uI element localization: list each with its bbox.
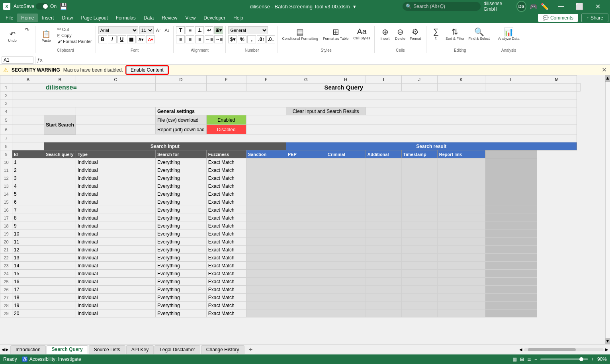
save-icon[interactable]: 💾 bbox=[60, 3, 68, 10]
font-family-select[interactable]: Arial bbox=[98, 26, 138, 34]
font-size-select[interactable]: 11 bbox=[139, 26, 154, 34]
menu-view[interactable]: View bbox=[182, 14, 200, 22]
align-bottom-button[interactable]: ⊥ bbox=[195, 26, 204, 34]
col-header-A[interactable]: A bbox=[12, 76, 44, 84]
menu-home[interactable]: Home bbox=[17, 14, 38, 22]
format-cells-button[interactable]: ⚙ Format bbox=[408, 26, 423, 41]
col-header-H[interactable]: H bbox=[326, 76, 366, 84]
fill-color-button[interactable]: A▾ bbox=[137, 35, 145, 43]
number-format-select[interactable]: General bbox=[228, 26, 268, 34]
menu-review[interactable]: Review bbox=[158, 14, 181, 22]
security-close-button[interactable]: ✕ bbox=[602, 66, 607, 74]
col-header-E[interactable]: E bbox=[206, 76, 246, 84]
col-header-J[interactable]: J bbox=[401, 76, 437, 84]
menu-data[interactable]: Data bbox=[140, 14, 158, 22]
analyze-data-button[interactable]: 📊 Analyze Data bbox=[497, 26, 521, 41]
user-avatar[interactable]: DS bbox=[516, 1, 526, 12]
menu-file[interactable]: File bbox=[2, 14, 17, 22]
conditional-formatting-button[interactable]: ▤ Conditional Formatting bbox=[280, 26, 320, 41]
italic-button[interactable]: I bbox=[108, 35, 117, 43]
indent-decrease-button[interactable]: ←≡ bbox=[205, 35, 213, 43]
menu-developer[interactable]: Developer bbox=[199, 14, 229, 22]
cell-E1[interactable] bbox=[206, 84, 246, 91]
close-button[interactable]: ✕ bbox=[588, 0, 607, 13]
tab-introduction[interactable]: Introduction bbox=[10, 345, 46, 354]
col-header-M[interactable]: M bbox=[537, 76, 577, 84]
decimal-decrease-button[interactable]: .0↓ bbox=[266, 35, 275, 43]
menu-formulas[interactable]: Formulas bbox=[112, 14, 140, 22]
col-header-G[interactable]: G bbox=[286, 76, 326, 84]
global-search[interactable]: 🔍 Search (Alt+Q) bbox=[403, 2, 480, 11]
font-color-button[interactable]: A▾ bbox=[146, 35, 155, 43]
delete-cells-button[interactable]: ⊖ Delete bbox=[393, 26, 407, 41]
add-sheet-button[interactable]: + bbox=[247, 346, 255, 354]
insert-cells-button[interactable]: ⊕ Insert bbox=[378, 26, 392, 41]
dropdown-icon[interactable]: ▾ bbox=[353, 4, 356, 10]
scroll-up-button[interactable]: ▲ bbox=[605, 75, 610, 82]
cell-D1[interactable] bbox=[156, 84, 207, 91]
cell-A1[interactable] bbox=[12, 84, 44, 91]
cell-I1[interactable] bbox=[437, 84, 485, 91]
cell-K1[interactable] bbox=[537, 84, 577, 91]
scroll-down-button[interactable]: ▼ bbox=[605, 338, 610, 344]
page-break-preview-button[interactable]: ≣ bbox=[527, 356, 531, 362]
align-middle-button[interactable]: ≡ bbox=[186, 26, 194, 34]
ribbon-icon[interactable]: 🎮 bbox=[530, 3, 538, 10]
h-scroll-left-button[interactable]: ◀ bbox=[519, 347, 522, 352]
restore-button[interactable]: ⬜ bbox=[570, 0, 588, 13]
normal-view-button[interactable]: ▦ bbox=[512, 356, 517, 362]
menu-draw[interactable]: Draw bbox=[58, 14, 77, 22]
autosave-toggle[interactable] bbox=[36, 3, 49, 10]
tab-search-query[interactable]: Search Query bbox=[47, 345, 88, 354]
zoom-slider[interactable] bbox=[540, 358, 588, 360]
decrease-font-button[interactable]: A↓ bbox=[164, 27, 171, 33]
cell-L1[interactable] bbox=[577, 84, 580, 91]
increase-font-button[interactable]: A↑ bbox=[155, 27, 162, 33]
zoom-out-button[interactable]: − bbox=[534, 356, 537, 362]
menu-insert[interactable]: Insert bbox=[38, 14, 58, 22]
col-header-C[interactable]: C bbox=[76, 76, 156, 84]
align-top-button[interactable]: ⊤ bbox=[176, 26, 185, 34]
text-wrap-button[interactable]: ↩ bbox=[205, 26, 213, 34]
vertical-scrollbar[interactable]: ▲ ▼ bbox=[605, 75, 610, 344]
minimize-button[interactable]: — bbox=[552, 0, 570, 13]
decimal-increase-button[interactable]: .0↑ bbox=[257, 35, 266, 43]
zoom-in-button[interactable]: + bbox=[591, 356, 594, 362]
cell-styles-button[interactable]: Aa Cell Styles bbox=[352, 26, 372, 41]
col-header-B[interactable]: B bbox=[44, 76, 76, 84]
bold-button[interactable]: B bbox=[98, 35, 107, 43]
redo-button[interactable]: ↷ bbox=[22, 26, 33, 33]
find-select-button[interactable]: 🔍 Find & Select bbox=[467, 26, 491, 41]
sort-filter-button[interactable]: ⇅ Sort & Filter bbox=[444, 26, 466, 41]
formula-input[interactable] bbox=[44, 56, 608, 64]
menu-page-layout[interactable]: Page Layout bbox=[77, 14, 111, 22]
name-box[interactable]: A1 bbox=[2, 56, 33, 64]
sum-button[interactable]: ∑ Σ bbox=[429, 26, 443, 41]
format-as-table-button[interactable]: ⊞ Format as Table bbox=[321, 26, 350, 41]
merge-button[interactable]: ⊞▾ bbox=[214, 26, 223, 34]
tab-api-key[interactable]: API Key bbox=[126, 345, 154, 354]
share-button[interactable]: ↑ Share bbox=[581, 14, 608, 22]
comma-button[interactable]: , bbox=[247, 35, 256, 43]
align-left-button[interactable]: ≡ bbox=[176, 35, 185, 43]
cell-J1[interactable] bbox=[485, 84, 537, 91]
col-header-L[interactable]: L bbox=[485, 76, 537, 84]
grid-scroll-area[interactable]: A B C D E F G H I J K L bbox=[0, 75, 610, 344]
underline-button[interactable]: U bbox=[117, 35, 126, 43]
col-header-I[interactable]: I bbox=[366, 76, 401, 84]
col-header-K[interactable]: K bbox=[437, 76, 485, 84]
currency-button[interactable]: $▾ bbox=[228, 35, 237, 43]
align-center-button[interactable]: ≡ bbox=[186, 35, 194, 43]
scroll-right-tab-button[interactable]: ▶ bbox=[6, 347, 9, 352]
horizontal-scrollbar[interactable] bbox=[524, 348, 604, 351]
h-scroll-right-button[interactable]: ▶ bbox=[605, 347, 608, 352]
tab-legal-disclaimer[interactable]: Legal Disclaimer bbox=[154, 345, 200, 354]
cell-B1[interactable]: dilisense≡ bbox=[44, 84, 156, 91]
col-header-F[interactable]: F bbox=[246, 76, 286, 84]
cell-H1[interactable] bbox=[401, 84, 437, 91]
menu-help[interactable]: Help bbox=[229, 14, 247, 22]
pen-icon[interactable]: ✏️ bbox=[541, 3, 549, 10]
cell-F1[interactable] bbox=[246, 84, 286, 91]
align-right-button[interactable]: ≡ bbox=[195, 35, 204, 43]
paste-button[interactable]: 📋 Paste bbox=[38, 26, 55, 47]
